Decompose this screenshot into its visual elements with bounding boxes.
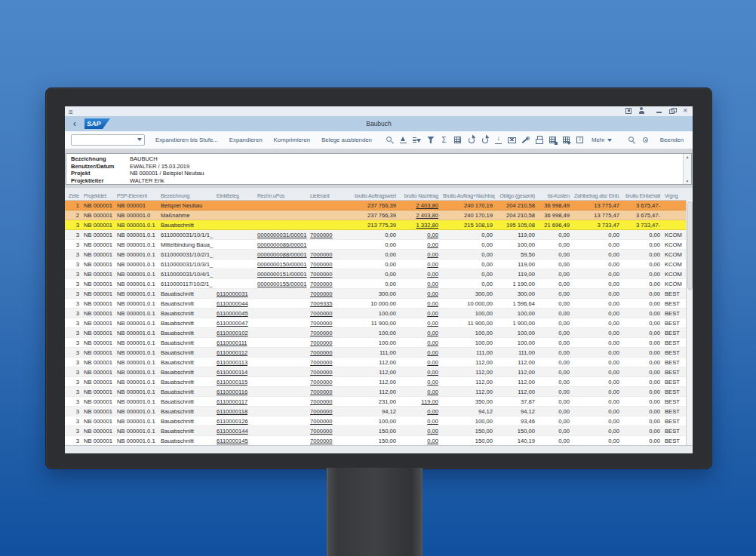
exit-button[interactable]: Beenden: [660, 137, 684, 143]
scroll-up-icon[interactable]: ▲: [686, 155, 690, 159]
restore-icon[interactable]: [668, 107, 676, 115]
link-brutto_nachtrag[interactable]: 0,00: [427, 349, 438, 356]
link-einkbeleg[interactable]: 6110000031: [217, 290, 248, 297]
link-brutto_nachtrag[interactable]: 0,00: [427, 232, 438, 238]
column-header-brutto_einbehalt[interactable]: brutto Einbehalt: [622, 193, 662, 200]
column-header-psp_element[interactable]: PSP-Element: [115, 193, 158, 200]
link-lieferant[interactable]: 7000000: [310, 438, 333, 444]
link-rechn_upos[interactable]: 0000000086/00001: [257, 241, 306, 248]
sort-ascending-icon[interactable]: [399, 136, 407, 144]
link-rechn_upos[interactable]: 0000000155/00001: [257, 281, 306, 287]
toolbar-button[interactable]: Expandieren bis Stufe...: [155, 137, 218, 143]
link-lieferant[interactable]: 7000000: [310, 251, 333, 258]
link-brutto_nachtrag[interactable]: 0,00: [427, 300, 438, 307]
menu-icon[interactable]: [69, 108, 76, 115]
table-row[interactable]: 3NB 000001NB 000001.0.16110000031/10/2/1…: [65, 250, 693, 260]
link-lieferant[interactable]: 7000000: [310, 271, 333, 278]
column-header-brutto_auftrag_nachtrag[interactable]: Brutto Auftrag+Nachtrag: [441, 193, 495, 200]
link-einkbeleg[interactable]: 6110000117: [217, 398, 247, 405]
link-lieferant[interactable]: 7000000: [310, 320, 333, 327]
table-row[interactable]: 3NB 000001NB 000001.0.1Bauabschnitt61100…: [65, 348, 693, 358]
link-brutto_nachtrag[interactable]: 2 403,80: [416, 202, 438, 209]
edit-icon[interactable]: [521, 136, 530, 144]
filter-icon[interactable]: [426, 136, 435, 144]
settings-icon[interactable]: [641, 136, 650, 144]
bottom-scroll-strip[interactable]: [65, 445, 693, 453]
link-rechn_upos[interactable]: 0000000088/00001: [257, 251, 306, 258]
table-row[interactable]: 3NB 000001NB 000001.0.1Bauabschnitt61100…: [65, 436, 693, 445]
link-lieferant[interactable]: 7009335: [310, 300, 333, 307]
link-brutto_nachtrag[interactable]: 0,00: [427, 369, 438, 376]
link-einkbeleg[interactable]: 6110000111: [217, 339, 247, 346]
table-row[interactable]: 3NB 000001NB 000001.0.1Bauabschnitt61100…: [65, 387, 693, 397]
table-row[interactable]: 3NB 000001NB 000001.0.16110000031/10/4/1…: [65, 269, 693, 279]
user-icon[interactable]: [638, 107, 645, 115]
link-einkbeleg[interactable]: 6110000118: [217, 408, 247, 415]
link-einkbeleg[interactable]: 6110000126: [217, 418, 248, 425]
link-brutto_nachtrag[interactable]: 0,00: [427, 290, 438, 297]
column-header-brutto_nachtrag[interactable]: brutto Nachtrag: [398, 193, 441, 200]
sort-descending-icon[interactable]: [413, 136, 421, 144]
table-row[interactable]: 3NB 000001NB 000001.0.1Bauabschnitt61100…: [65, 328, 693, 338]
header-panel-scrollbar[interactable]: ▲ ▼: [683, 154, 691, 184]
link-einkbeleg[interactable]: 6110000115: [217, 379, 247, 386]
table-row[interactable]: 3NB 000001NB 000001.0.1Bauabschnitt61100…: [65, 397, 693, 407]
link-lieferant[interactable]: 7000000: [310, 261, 333, 268]
column-header-vrgng[interactable]: Vrgng: [662, 193, 687, 200]
link-lieferant[interactable]: 7000000: [310, 281, 333, 287]
search-icon[interactable]: [628, 136, 636, 144]
minimize-icon[interactable]: [656, 107, 663, 115]
link-brutto_nachtrag[interactable]: 0,00: [427, 359, 438, 366]
export-table-icon[interactable]: [549, 136, 557, 144]
link-lieferant[interactable]: 7000000: [310, 349, 333, 356]
refresh-all-icon[interactable]: [481, 136, 489, 144]
link-brutto_nachtrag[interactable]: 0,00: [427, 241, 438, 248]
link-brutto_nachtrag[interactable]: 0,00: [427, 261, 438, 268]
link-einkbeleg[interactable]: 6110000102: [217, 330, 248, 336]
link-einkbeleg[interactable]: 6110000045: [217, 310, 248, 317]
link-brutto_nachtrag[interactable]: 0,00: [427, 389, 438, 395]
link-lieferant[interactable]: 7000000: [310, 418, 333, 425]
link-lieferant[interactable]: 7000000: [310, 369, 333, 376]
column-header-lieferant[interactable]: Lieferant: [308, 193, 340, 200]
link-lieferant[interactable]: 7000000: [310, 379, 333, 386]
table-row[interactable]: 3NB 000001NB 000001.0.16110000031/10/1/1…: [65, 230, 693, 240]
link-rechn_upos[interactable]: 0000000150/00001: [257, 261, 306, 268]
link-einkbeleg[interactable]: 6110000044: [217, 300, 248, 307]
toolbar-button[interactable]: Expandieren: [229, 137, 263, 143]
column-header-brutto_auftragswert[interactable]: brutto Auftragswert: [340, 193, 398, 200]
link-brutto_nachtrag[interactable]: 0,00: [427, 379, 438, 386]
link-einkbeleg[interactable]: 6110000144: [217, 428, 248, 435]
table-row[interactable]: 3NB 000001NB 000001.0.16110000117/10/2/1…: [65, 279, 693, 289]
link-brutto_nachtrag[interactable]: 0,00: [427, 271, 438, 278]
more-button[interactable]: Mehr: [592, 137, 612, 143]
table-row[interactable]: 3NB 000001NB 000001.0.1Bauabschnitt61100…: [65, 377, 693, 387]
toolbar-button[interactable]: Belege ausblenden: [321, 137, 372, 143]
table-row[interactable]: 3NB 000001NB 000001.0.1Bauabschnitt61100…: [65, 416, 693, 426]
link-lieferant[interactable]: 7000000: [310, 330, 333, 336]
layout-combobox[interactable]: [71, 134, 145, 146]
column-header-projektdef[interactable]: Projektdef.: [81, 193, 115, 200]
table-row[interactable]: 3NB 000001NB 000001.0.1Bauabschnitt213 7…: [65, 220, 693, 230]
refresh-icon[interactable]: [467, 136, 475, 144]
link-brutto_nachtrag[interactable]: 0,00: [427, 408, 438, 415]
link-brutto_nachtrag[interactable]: 0,00: [427, 428, 438, 435]
link-brutto_nachtrag[interactable]: 0,00: [427, 281, 438, 287]
link-lieferant[interactable]: 7000000: [310, 310, 333, 317]
table-row[interactable]: 3NB 000001NB 000001.0.1Bauabschnitt61100…: [65, 367, 693, 377]
column-header-zahlbetrag_abz_einb[interactable]: Zahlbetrag abz Einb.: [572, 193, 622, 200]
link-rechn_upos[interactable]: 0000000151/00001: [257, 271, 306, 278]
table-row[interactable]: 2NB 000001NB 000001.0Maßnahme237 766,392…: [65, 210, 693, 220]
link-brutto_nachtrag[interactable]: 0,00: [427, 251, 438, 258]
link-brutto_nachtrag[interactable]: 0,00: [427, 339, 438, 346]
column-header-einkbeleg[interactable]: EinkBeleg: [214, 193, 255, 200]
link-brutto_nachtrag[interactable]: 0,00: [427, 320, 438, 327]
views-icon[interactable]: [453, 136, 462, 144]
link-lieferant[interactable]: 7000000: [310, 428, 333, 435]
scrollbar-thumb[interactable]: [687, 201, 693, 290]
link-lieferant[interactable]: 7000000: [310, 408, 333, 415]
column-header-rechn_upos[interactable]: Rechn.uPos: [255, 193, 308, 200]
table-row[interactable]: 3NB 000001NB 000001.0.1Bauabschnitt61100…: [65, 338, 693, 348]
link-rechn_upos[interactable]: 0000000031/00001: [257, 232, 306, 238]
table-row[interactable]: 3NB 000001NB 000001.0.1Bauabschnitt61100…: [65, 318, 693, 328]
